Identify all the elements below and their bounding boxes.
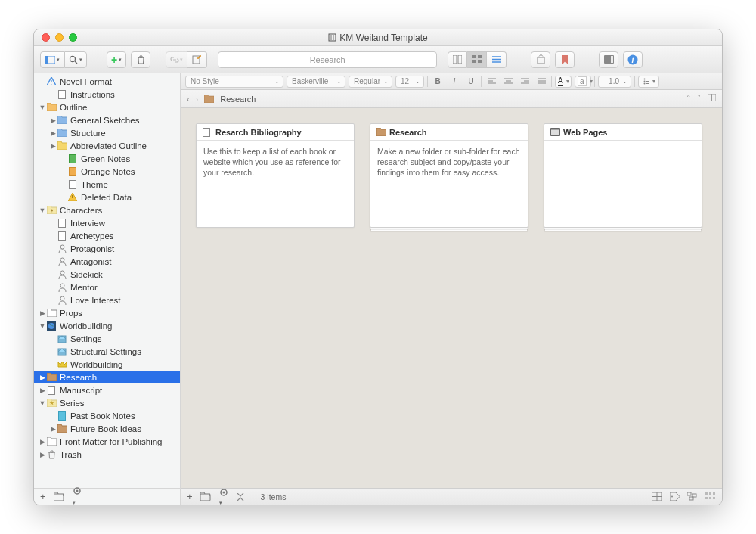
disclosure-triangle-icon[interactable]: ▶ xyxy=(39,451,46,458)
binder-item[interactable]: Deleted Data xyxy=(34,191,180,203)
binder-item[interactable]: ▼Outline xyxy=(34,101,180,113)
gear-menu-button[interactable]: ▾ xyxy=(73,486,82,505)
binder-item[interactable]: ▶Props xyxy=(34,306,180,319)
nav-forward-button[interactable]: › xyxy=(196,95,199,104)
binder-item[interactable]: ▼Characters xyxy=(34,203,180,216)
binder-item[interactable]: ▶Front Matter for Publishing xyxy=(34,435,180,448)
disclosure-triangle-icon[interactable]: ▼ xyxy=(39,206,46,214)
binder-item[interactable]: ▶Research xyxy=(34,371,180,383)
binder-item[interactable]: Past Book Notes xyxy=(34,409,180,422)
binder-item[interactable]: Sidekick xyxy=(34,268,180,281)
disclosure-triangle-icon[interactable]: ▶ xyxy=(49,142,57,150)
weight-select[interactable]: Regular⌄ xyxy=(349,76,392,88)
card-synopsis[interactable]: Use this to keep a list of each book or … xyxy=(197,141,354,227)
font-select[interactable]: Baskerville⌄ xyxy=(287,76,345,88)
binder-item[interactable]: Interview xyxy=(34,216,180,229)
binder-item[interactable]: Novel Format xyxy=(34,75,180,88)
disclosure-triangle-icon[interactable]: ▶ xyxy=(39,309,46,317)
view-corkboard-button[interactable] xyxy=(467,51,487,68)
zoom-window-button[interactable] xyxy=(69,33,77,42)
nav-back-button[interactable]: ‹ xyxy=(187,95,190,104)
italic-button[interactable]: I xyxy=(448,76,461,88)
path-split-button[interactable] xyxy=(708,94,716,104)
footer-view-arrange-button[interactable] xyxy=(705,492,716,501)
view-document-button[interactable] xyxy=(448,51,467,68)
binder-item[interactable]: ▼Series xyxy=(34,396,180,409)
align-left-button[interactable] xyxy=(485,76,498,88)
inspector-button[interactable] xyxy=(599,51,618,68)
disclosure-triangle-icon[interactable]: ▶ xyxy=(49,129,57,137)
binder-item[interactable]: Settings xyxy=(34,332,180,345)
add-folder-button[interactable]: + xyxy=(54,492,65,501)
close-window-button[interactable] xyxy=(42,33,50,42)
link-button[interactable]: ▾ xyxy=(166,51,187,68)
disclosure-triangle-icon[interactable]: ▶ xyxy=(39,438,46,446)
add-button[interactable]: +▾ xyxy=(107,51,126,68)
footer-view-freeform-button[interactable] xyxy=(687,492,698,501)
binder-item[interactable]: Structural Settings xyxy=(34,345,180,358)
disclosure-triangle-icon[interactable]: ▼ xyxy=(39,104,46,111)
index-card[interactable]: Resarch BibliographyUse this to keep a l… xyxy=(196,123,355,228)
style-select[interactable]: No Style⌄ xyxy=(185,76,284,88)
binder-item[interactable]: Antagonist xyxy=(34,255,180,268)
binder-item[interactable]: ▶General Sketches xyxy=(34,113,180,126)
path-expand-button[interactable]: ˅ xyxy=(697,94,702,104)
card-synopsis[interactable] xyxy=(544,141,702,227)
binder-item[interactable]: Orange Notes xyxy=(34,165,180,178)
footer-add-folder-button[interactable]: + xyxy=(200,492,212,501)
binder-item[interactable]: Protagonist xyxy=(34,242,180,255)
search-field[interactable]: Research xyxy=(218,51,437,68)
line-spacing-select[interactable]: 1.0⌄ xyxy=(598,76,631,88)
compose-button[interactable] xyxy=(187,51,207,68)
corkboard[interactable]: Resarch BibliographyUse this to keep a l… xyxy=(181,108,722,488)
disclosure-triangle-icon[interactable]: ▼ xyxy=(39,322,46,330)
binder-item[interactable]: Instructions xyxy=(34,88,180,101)
binder-item[interactable]: Archetypes xyxy=(34,229,180,242)
trash-button[interactable] xyxy=(131,51,150,68)
disclosure-triangle-icon[interactable]: ▶ xyxy=(49,116,57,124)
highlight-color-button[interactable]: a▾ xyxy=(575,76,591,88)
size-select[interactable]: 12⌄ xyxy=(395,76,424,88)
binder-item[interactable]: ▶Trash xyxy=(34,448,180,461)
binder-item[interactable]: ▶Future Book Ideas xyxy=(34,422,180,435)
view-mode-button[interactable]: ▾ xyxy=(40,51,64,68)
footer-gear-button[interactable]: ▾ xyxy=(219,488,228,505)
disclosure-triangle-icon[interactable]: ▶ xyxy=(49,425,57,433)
binder-item[interactable]: ▼Worldbuilding xyxy=(34,319,180,332)
disclosure-triangle-icon[interactable]: ▼ xyxy=(39,399,46,407)
binder-item[interactable]: Worldbuilding xyxy=(34,358,180,371)
bold-button[interactable]: B xyxy=(431,76,445,88)
index-card[interactable]: ResearchMake a new folder or sub-folder … xyxy=(370,123,528,228)
search-button[interactable]: ▾ xyxy=(64,51,87,68)
text-color-button[interactable]: A▾ xyxy=(555,76,572,88)
binder-item[interactable]: Love Interest xyxy=(34,293,180,306)
footer-view-label-button[interactable] xyxy=(670,492,680,501)
add-item-button[interactable]: + xyxy=(40,491,46,502)
index-card[interactable]: Web Pages xyxy=(544,123,702,228)
minimize-window-button[interactable] xyxy=(55,33,64,42)
card-synopsis[interactable]: Make a new folder or sub-folder for each… xyxy=(370,141,528,227)
disclosure-triangle-icon[interactable]: ▶ xyxy=(39,387,46,394)
binder-item[interactable]: Mentor xyxy=(34,281,180,293)
align-center-button[interactable] xyxy=(501,76,515,88)
binder-item[interactable]: Theme xyxy=(34,178,180,191)
binder-item[interactable]: Green Notes xyxy=(34,152,180,165)
underline-button[interactable]: U xyxy=(464,76,478,88)
binder-item[interactable]: ▶Abbreviated Outline xyxy=(34,139,180,152)
info-button[interactable]: i xyxy=(623,51,643,68)
breadcrumb[interactable]: Research xyxy=(220,95,256,104)
share-button[interactable] xyxy=(531,51,550,68)
path-collapse-button[interactable]: ˄ xyxy=(686,94,691,104)
align-justify-button[interactable] xyxy=(534,76,548,88)
binder-tree[interactable]: Novel FormatInstructions▼Outline▶General… xyxy=(34,73,180,488)
footer-collapse-button[interactable] xyxy=(236,493,245,501)
view-outline-button[interactable] xyxy=(487,51,507,68)
binder-item[interactable]: ▶Manuscript xyxy=(34,383,180,396)
binder-item[interactable]: ▶Structure xyxy=(34,126,180,139)
footer-add-button[interactable]: + xyxy=(187,491,193,502)
bookmark-button[interactable] xyxy=(555,51,575,68)
align-right-button[interactable] xyxy=(518,76,531,88)
footer-view-grid-button[interactable] xyxy=(652,492,662,501)
disclosure-triangle-icon[interactable]: ▶ xyxy=(39,374,46,381)
list-button[interactable]: ▾ xyxy=(638,76,659,88)
